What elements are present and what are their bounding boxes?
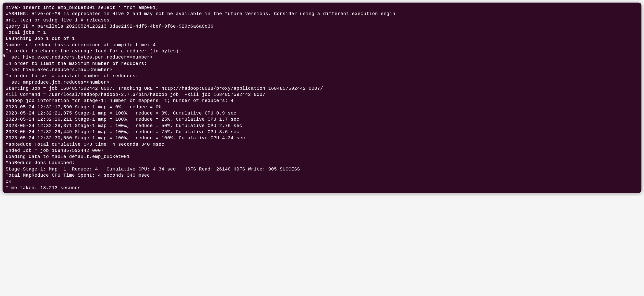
- terminal-line: Loading data to table default.emp_bucket…: [6, 154, 638, 160]
- terminal-line: In order to set a constant number of red…: [6, 73, 638, 79]
- terminal-line: MapReduce Jobs Launched:: [6, 160, 638, 166]
- terminal-line: set hive.exec.reducers.bytes.per.reducer…: [6, 54, 638, 60]
- terminal-line: Launching Job 1 out of 1: [6, 36, 638, 42]
- terminal-line: 2023-05-24 12:32:29,449 Stage-1 map = 10…: [6, 129, 638, 135]
- terminal-line: WARNING: Hive-on-MR is deprecated in Hiv…: [6, 11, 638, 17]
- terminal-line: 2023-05-24 12:32:17,590 Stage-1 map = 0%…: [6, 104, 638, 110]
- terminal-line: Total MapReduce CPU Time Spent: 4 second…: [6, 172, 638, 178]
- terminal-output[interactable]: hive> insert into emp_bucket001 select *…: [3, 3, 641, 193]
- terminal-line: In order to change the average load for …: [6, 48, 638, 54]
- terminal-line: hive> insert into emp_bucket001 select *…: [6, 5, 638, 11]
- terminal-line: ark, tez) or using Hive 1.X releases.: [6, 17, 638, 23]
- terminal-line: In order to limit the maximum number of …: [6, 61, 638, 67]
- terminal-line: 2023-05-24 12:32:21,875 Stage-1 map = 10…: [6, 110, 638, 116]
- terminal-line: MapReduce Total cumulative CPU time: 4 s…: [6, 141, 638, 147]
- terminal-line: Stage-Stage-1: Map: 1 Reduce: 4 Cumulati…: [6, 166, 638, 172]
- terminal-line: 2023-05-24 12:32:30,560 Stage-1 map = 10…: [6, 135, 638, 141]
- terminal-line: Number of reduce tasks determined at com…: [6, 42, 638, 48]
- terminal-line: Kill Command = /usr/local/hadoop/hadoop-…: [6, 92, 638, 98]
- terminal-line: Query ID = parallels_20230524123213_3dae…: [6, 23, 638, 29]
- terminal-window: hive> insert into emp_bucket001 select *…: [3, 3, 641, 193]
- terminal-line: Hadoop job information for Stage-1: numb…: [6, 98, 638, 104]
- terminal-line: Ended Job = job_1684857592442_0007: [6, 147, 638, 154]
- side-character: a: [3, 53, 5, 58]
- terminal-line: set hive.exec.reducers.max=<number>: [6, 67, 638, 73]
- terminal-line-last: Time taken: 18.213 seconds: [6, 185, 638, 191]
- terminal-line: OK: [6, 178, 638, 185]
- time-taken-text: Time taken: 18.213 seconds: [6, 185, 81, 190]
- terminal-line: set mapreduce.job.reduces=<number>: [6, 79, 638, 85]
- terminal-line: Starting Job = job_1684857592442_0007, T…: [6, 85, 638, 92]
- terminal-line: Total jobs = 1: [6, 29, 638, 36]
- terminal-line: 2023-05-24 12:32:26,211 Stage-1 map = 10…: [6, 116, 638, 122]
- terminal-line: 2023-05-24 12:32:28,371 Stage-1 map = 10…: [6, 123, 638, 129]
